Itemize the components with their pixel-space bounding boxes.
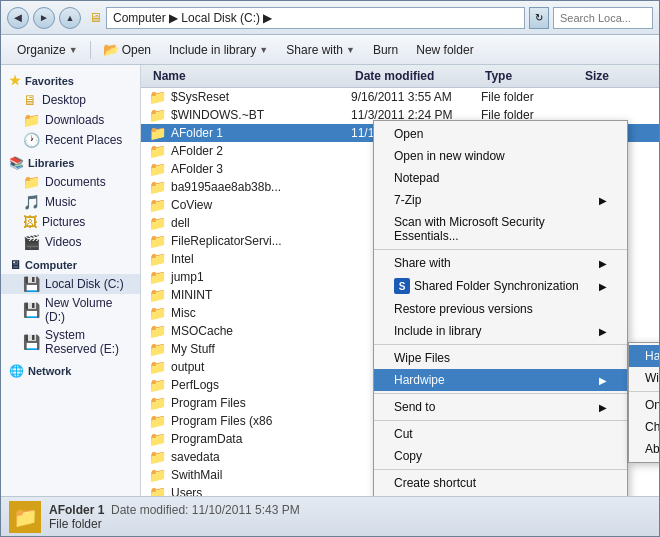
ctx-sep5 bbox=[374, 469, 627, 470]
ctx-sendto[interactable]: Send to▶ bbox=[374, 396, 627, 418]
status-folder-icon: 📁 bbox=[9, 501, 41, 533]
include-library-button[interactable]: Include in library ▼ bbox=[161, 38, 276, 62]
file-name: AFolder 1 bbox=[171, 126, 223, 140]
folder-icon: 📁 bbox=[149, 431, 166, 447]
ctx-sep2 bbox=[374, 344, 627, 345]
network-header[interactable]: 🌐 Network bbox=[1, 362, 140, 380]
file-name-cell: 📁 AFolder 2 bbox=[149, 143, 351, 159]
open-button[interactable]: 📂 Open bbox=[95, 38, 159, 62]
ctx-sync[interactable]: SShared Folder Synchronization ▶ bbox=[374, 274, 627, 298]
folder-icon: 📁 bbox=[149, 251, 166, 267]
ctx-scan[interactable]: Scan with Microsoft Security Essentials.… bbox=[374, 211, 627, 247]
sub-check-updates[interactable]: Check for Updates bbox=[629, 416, 659, 438]
network-icon: 🌐 bbox=[9, 364, 24, 378]
sub-about[interactable]: About Hardwipe bbox=[629, 438, 659, 460]
file-name-cell: 📁 FileReplicatorServi... bbox=[149, 233, 351, 249]
col-size[interactable]: Size bbox=[581, 67, 651, 85]
file-name-cell: 📁 AFolder 3 bbox=[149, 161, 351, 177]
ctx-cut[interactable]: Cut bbox=[374, 423, 627, 445]
sidebar-item-videos[interactable]: 🎬 Videos bbox=[1, 232, 140, 252]
search-input[interactable] bbox=[553, 7, 653, 29]
ctx-open[interactable]: Open bbox=[374, 123, 627, 145]
col-name[interactable]: Name bbox=[149, 67, 351, 85]
sidebar-item-pictures[interactable]: 🖼 Pictures bbox=[1, 212, 140, 232]
libraries-section: 📚 Libraries 📁 Documents 🎵 Music 🖼 Pictur… bbox=[1, 154, 140, 252]
sidebar-item-downloads[interactable]: 📁 Downloads bbox=[1, 110, 140, 130]
address-bar: ◄ ► ▲ 🖥 Computer ▶ Local Disk (C:) ▶ ↻ bbox=[1, 1, 659, 35]
folder-icon: 📁 bbox=[149, 341, 166, 357]
share-arrow: ▼ bbox=[346, 45, 355, 55]
folder-icon: 📁 bbox=[149, 107, 166, 123]
explorer-window: ◄ ► ▲ 🖥 Computer ▶ Local Disk (C:) ▶ ↻ O… bbox=[0, 0, 660, 537]
sidebar-item-music[interactable]: 🎵 Music bbox=[1, 192, 140, 212]
folder-icon: 🎬 bbox=[23, 234, 40, 250]
folder-icon: 📁 bbox=[149, 413, 166, 429]
file-name: CoView bbox=[171, 198, 212, 212]
file-name-cell: 📁 ProgramData bbox=[149, 431, 351, 447]
folder-icon: 📁 bbox=[149, 161, 166, 177]
ctx-copy[interactable]: Copy bbox=[374, 445, 627, 467]
new-folder-button[interactable]: New folder bbox=[408, 38, 481, 62]
ctx-sep1 bbox=[374, 249, 627, 250]
ctx-wipe[interactable]: Wipe Files bbox=[374, 347, 627, 369]
ctx-open-new[interactable]: Open in new window bbox=[374, 145, 627, 167]
folder-icon: 📁 bbox=[149, 305, 166, 321]
table-row[interactable]: 📁 $SysReset 9/16/2011 3:55 AM File folde… bbox=[141, 88, 659, 106]
context-menu: Open Open in new window Notepad 7-Zip▶ S… bbox=[373, 120, 628, 496]
file-name-cell: 📁 Program Files bbox=[149, 395, 351, 411]
folder-icon: 📁 bbox=[149, 125, 166, 141]
toolbar-separator bbox=[90, 41, 91, 59]
file-name: ProgramData bbox=[171, 432, 242, 446]
ctx-sep3 bbox=[374, 393, 627, 394]
share-button[interactable]: Share with ▼ bbox=[278, 38, 363, 62]
file-name: PerfLogs bbox=[171, 378, 219, 392]
folder-icon: 📁 bbox=[149, 197, 166, 213]
ctx-delete[interactable]: Delete bbox=[374, 494, 627, 496]
favorites-header[interactable]: ★ Favorites bbox=[1, 71, 140, 90]
folder-icon: 📁 bbox=[149, 395, 166, 411]
computer-header[interactable]: 🖥 Computer bbox=[1, 256, 140, 274]
favorites-section: ★ Favorites 🖥 Desktop 📁 Downloads 🕐 Rece… bbox=[1, 71, 140, 150]
sidebar-item-system-reserved[interactable]: 💾 System Reserved (E:) bbox=[1, 326, 140, 358]
sub-online-help[interactable]: Online Help bbox=[629, 394, 659, 416]
col-type[interactable]: Type bbox=[481, 67, 581, 85]
sidebar-item-new-volume[interactable]: 💾 New Volume (D:) bbox=[1, 294, 140, 326]
sidebar-item-documents[interactable]: 📁 Documents bbox=[1, 172, 140, 192]
forward-button[interactable]: ► bbox=[33, 7, 55, 29]
refresh-button[interactable]: ↻ bbox=[529, 7, 549, 29]
ctx-shortcut[interactable]: Create shortcut bbox=[374, 472, 627, 494]
file-name: Intel bbox=[171, 252, 194, 266]
sub-hardwipe-options[interactable]: Hardwipe Options bbox=[629, 345, 659, 367]
col-date[interactable]: Date modified bbox=[351, 67, 481, 85]
star-icon: ★ bbox=[9, 73, 21, 88]
toolbar: Organize ▼ 📂 Open Include in library ▼ S… bbox=[1, 35, 659, 65]
libraries-header[interactable]: 📚 Libraries bbox=[1, 154, 140, 172]
sidebar-item-desktop[interactable]: 🖥 Desktop bbox=[1, 90, 140, 110]
ctx-notepad[interactable]: Notepad bbox=[374, 167, 627, 189]
folder-icon: 📁 bbox=[23, 112, 40, 128]
file-name-cell: 📁 Intel bbox=[149, 251, 351, 267]
organize-button[interactable]: Organize ▼ bbox=[9, 38, 86, 62]
file-name: ba9195aae8ab38b... bbox=[171, 180, 281, 194]
ctx-share[interactable]: Share with▶ bbox=[374, 252, 627, 274]
ctx-hardwipe[interactable]: Hardwipe▶ bbox=[374, 369, 627, 391]
file-name: $WINDOWS.~BT bbox=[171, 108, 264, 122]
folder-icon: 📁 bbox=[149, 449, 166, 465]
sidebar-item-local-disk[interactable]: 💾 Local Disk (C:) bbox=[1, 274, 140, 294]
sub-wipe-swapfile[interactable]: Wipe Windows Swapfile bbox=[629, 367, 659, 389]
folder-icon: 📁 bbox=[149, 485, 166, 496]
file-name-cell: 📁 MININT bbox=[149, 287, 351, 303]
ctx-restore[interactable]: Restore previous versions bbox=[374, 298, 627, 320]
ctx-7zip[interactable]: 7-Zip▶ bbox=[374, 189, 627, 211]
back-button[interactable]: ◄ bbox=[7, 7, 29, 29]
sidebar-item-recent[interactable]: 🕐 Recent Places bbox=[1, 130, 140, 150]
computer-icon: 🖥 bbox=[9, 258, 21, 272]
file-name: Users bbox=[171, 486, 202, 496]
folder-icon: 🖼 bbox=[23, 214, 37, 230]
file-name-cell: 📁 jump1 bbox=[149, 269, 351, 285]
address-path[interactable]: Computer ▶ Local Disk (C:) ▶ bbox=[106, 7, 525, 29]
up-button[interactable]: ▲ bbox=[59, 7, 81, 29]
include-arrow: ▼ bbox=[259, 45, 268, 55]
ctx-include[interactable]: Include in library▶ bbox=[374, 320, 627, 342]
burn-button[interactable]: Burn bbox=[365, 38, 406, 62]
